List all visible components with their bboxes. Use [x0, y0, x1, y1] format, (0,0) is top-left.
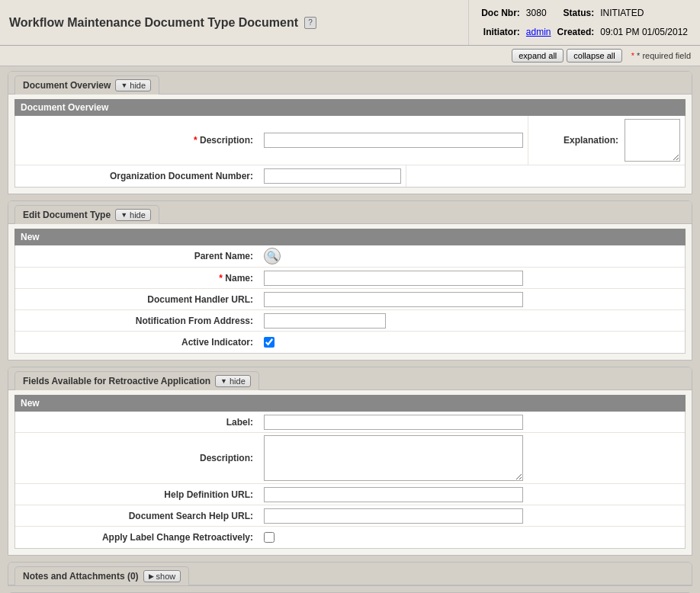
document-overview-toggle[interactable]: ▼ hide [115, 79, 151, 91]
label-label: Label: [15, 414, 259, 431]
parent-name-label: Parent Name: [15, 248, 259, 264]
name-label: * Name: [15, 270, 259, 287]
fields-retroactive-subsection-header: New [14, 395, 686, 412]
org-doc-number-label: Organization Document Number: [15, 168, 259, 184]
apply-label-change-row: Apply Label Change Retroactively: [15, 527, 685, 548]
page-title-area: Workflow Maintenance Document Type Docum… [0, 0, 468, 45]
name-input[interactable] [264, 271, 523, 286]
edit-doc-type-subsection-header: New [14, 229, 686, 245]
active-indicator-checkbox[interactable] [264, 337, 275, 348]
doc-handler-url-field [259, 290, 685, 309]
doc-nbr-label: Doc Nbr: [481, 8, 520, 18]
doc-search-help-url-label: Document Search Help URL: [15, 508, 259, 524]
description-input[interactable] [264, 133, 523, 148]
help-definition-url-row: Help Definition URL: [15, 484, 685, 505]
explanation-textarea[interactable] [625, 119, 680, 162]
parent-name-search-button[interactable]: 🔍 [264, 248, 281, 264]
page-title: Workflow Maintenance Document Type Docum… [9, 16, 298, 30]
main-content: Document Overview ▼ hide Document Overvi… [0, 66, 700, 593]
required-note: * * required field [631, 51, 691, 60]
document-overview-tab-container: Document Overview ▼ hide [8, 72, 692, 95]
fields-retroactive-panel: Fields Available for Retroactive Applica… [8, 367, 692, 556]
help-icon[interactable]: ? [304, 17, 316, 29]
edit-document-type-panel: Edit Document Type ▼ hide New Parent Nam… [8, 200, 692, 361]
doc-meta: Doc Nbr: 3080 Status: INITIATED Initiato… [468, 0, 700, 45]
retro-description-label: Description: [15, 450, 259, 466]
explanation-col: Explanation: [528, 116, 685, 165]
expand-all-button[interactable]: expand all [512, 49, 564, 63]
description-label: * Description: [15, 132, 259, 149]
document-overview-tab: Document Overview ▼ hide [14, 75, 159, 95]
apply-label-change-field [259, 530, 685, 545]
retro-description-field [259, 433, 685, 483]
edit-doc-type-tab: Edit Document Type ▼ hide [14, 205, 159, 224]
status-label: Status: [557, 8, 595, 18]
edit-doc-type-subsection-body: Parent Name: 🔍 * Name: Document Handler … [14, 245, 686, 354]
label-field [259, 412, 685, 432]
fields-retroactive-tab-container: Fields Available for Retroactive Applica… [8, 367, 692, 390]
explanation-placeholder-col [406, 165, 685, 187]
fields-retroactive-tab: Fields Available for Retroactive Applica… [14, 371, 259, 390]
active-indicator-label: Active Indicator: [15, 334, 259, 351]
explanation-label: Explanation: [533, 132, 625, 149]
notes-attachments-toggle[interactable]: ▶ show [143, 570, 181, 582]
document-overview-title: Document Overview [23, 80, 111, 91]
help-definition-url-input[interactable] [264, 487, 523, 502]
edit-doc-type-tab-container: Edit Document Type ▼ hide [8, 201, 692, 224]
edit-doc-type-title: Edit Document Type [23, 210, 111, 220]
page-header: Workflow Maintenance Document Type Docum… [0, 0, 700, 46]
notes-attachments-tab-container: Notes and Attachments (0) ▶ show [8, 563, 692, 585]
doc-handler-url-row: Document Handler URL: [15, 289, 685, 310]
doc-search-help-url-field [259, 506, 685, 526]
document-overview-body: Document Overview * Description: Explana… [8, 95, 692, 194]
fields-retroactive-subsection-body: Label: Description: Help Definition URL: [14, 412, 686, 549]
description-col: * Description: [15, 116, 528, 165]
notification-from-input[interactable] [264, 313, 386, 329]
edit-doc-type-toggle[interactable]: ▼ hide [115, 209, 151, 221]
org-doc-number-field [259, 166, 406, 186]
created-value: 09:01 PM 01/05/2012 [600, 27, 688, 37]
active-indicator-field [259, 335, 685, 350]
fields-retroactive-toggle[interactable]: ▼ hide [215, 375, 251, 387]
doc-handler-url-label: Document Handler URL: [15, 291, 259, 308]
org-doc-number-input[interactable] [264, 168, 401, 184]
initiator-link[interactable]: admin [526, 27, 551, 37]
org-doc-number-row: Organization Document Number: [15, 165, 685, 187]
document-overview-panel: Document Overview ▼ hide Document Overvi… [8, 71, 692, 194]
notification-from-row: Notification From Address: [15, 310, 685, 332]
notification-from-field [259, 311, 685, 331]
description-explanation-row: * Description: Explanation: [15, 116, 685, 165]
toolbar: expand all collapse all * * required fie… [0, 46, 700, 66]
retro-description-textarea[interactable] [264, 435, 523, 481]
notes-attachments-title: Notes and Attachments (0) [23, 571, 139, 582]
parent-name-row: Parent Name: 🔍 [15, 245, 685, 268]
doc-nbr-value: 3080 [526, 8, 551, 18]
collapse-all-button[interactable]: collapse all [567, 49, 621, 63]
initiator-value: admin [526, 27, 551, 37]
name-field [259, 268, 685, 288]
notification-from-label: Notification From Address: [15, 313, 259, 329]
document-overview-subsection-header: Document Overview [14, 99, 686, 116]
doc-handler-url-input[interactable] [264, 292, 523, 307]
created-label: Created: [557, 27, 595, 37]
doc-search-help-url-input[interactable] [264, 508, 523, 524]
active-indicator-row: Active Indicator: [15, 332, 685, 353]
apply-label-change-label: Apply Label Change Retroactively: [15, 529, 259, 546]
fields-retroactive-body: New Label: Description: [8, 390, 692, 555]
fields-retroactive-title: Fields Available for Retroactive Applica… [23, 376, 210, 386]
notes-attachments-panel: Notes and Attachments (0) ▶ show [8, 562, 692, 586]
help-definition-url-label: Help Definition URL: [15, 486, 259, 503]
doc-search-help-url-row: Document Search Help URL: [15, 505, 685, 527]
document-overview-subsection-body: * Description: Explanation: Organizati [14, 116, 686, 188]
status-value: INITIATED [600, 8, 688, 18]
label-input[interactable] [264, 415, 523, 430]
org-doc-number-col: Organization Document Number: [15, 165, 406, 187]
label-row: Label: [15, 412, 685, 433]
retro-description-row: Description: [15, 433, 685, 484]
name-row: * Name: [15, 268, 685, 289]
apply-label-change-checkbox[interactable] [264, 532, 275, 543]
edit-doc-type-body: New Parent Name: 🔍 * Name: [8, 224, 692, 360]
notes-attachments-tab: Notes and Attachments (0) ▶ show [14, 566, 189, 585]
description-field [259, 130, 528, 150]
initiator-label: Initiator: [481, 27, 520, 37]
